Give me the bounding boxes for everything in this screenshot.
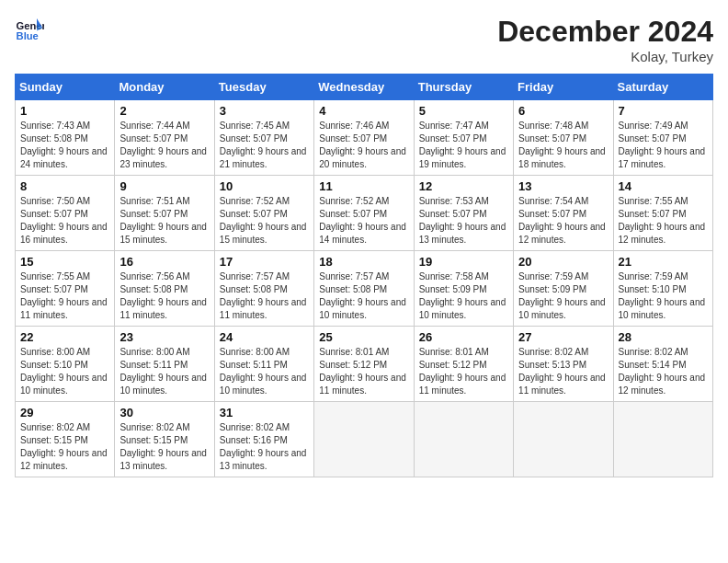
day-number: 5: [419, 104, 508, 118]
calendar-week-row: 8 Sunrise: 7:50 AMSunset: 5:07 PMDayligh…: [16, 176, 713, 251]
day-number: 17: [220, 255, 309, 269]
calendar-cell: 3 Sunrise: 7:45 AMSunset: 5:07 PMDayligh…: [214, 100, 313, 176]
day-number: 11: [319, 179, 408, 193]
day-number: 2: [119, 104, 209, 118]
calendar-cell: 31 Sunrise: 8:02 AMSunset: 5:16 PMDaylig…: [214, 402, 313, 477]
calendar-cell: 8 Sunrise: 7:50 AMSunset: 5:07 PMDayligh…: [16, 176, 115, 251]
day-number: 21: [619, 255, 708, 269]
calendar-cell: 14 Sunrise: 7:55 AMSunset: 5:07 PMDaylig…: [613, 176, 712, 251]
cell-info: Sunrise: 8:02 AMSunset: 5:16 PMDaylight:…: [220, 422, 307, 471]
cell-info: Sunrise: 7:58 AMSunset: 5:09 PMDaylight:…: [419, 271, 506, 320]
calendar-cell: 15 Sunrise: 7:55 AMSunset: 5:07 PMDaylig…: [16, 251, 115, 327]
day-number: 3: [220, 104, 309, 118]
day-number: 31: [220, 406, 309, 419]
cell-info: Sunrise: 7:46 AMSunset: 5:07 PMDaylight:…: [319, 121, 406, 169]
calendar-cell: 20 Sunrise: 7:59 AMSunset: 5:09 PMDaylig…: [514, 251, 613, 327]
calendar-week-row: 22 Sunrise: 8:00 AMSunset: 5:10 PMDaylig…: [16, 327, 713, 402]
day-number: 28: [619, 330, 708, 344]
calendar-cell: 10 Sunrise: 7:52 AMSunset: 5:07 PMDaylig…: [214, 176, 313, 251]
calendar-cell: 2 Sunrise: 7:44 AMSunset: 5:07 PMDayligh…: [115, 100, 214, 176]
cell-info: Sunrise: 8:01 AMSunset: 5:12 PMDaylight:…: [319, 347, 406, 396]
calendar-cell: 1 Sunrise: 7:43 AMSunset: 5:08 PMDayligh…: [16, 100, 115, 176]
title-block: December 2024 Kolay, Turkey: [497, 15, 713, 64]
logo: General Blue: [15, 15, 44, 44]
calendar-table: SundayMondayTuesdayWednesdayThursdayFrid…: [15, 74, 713, 477]
page-header: General Blue December 2024 Kolay, Turkey: [15, 15, 713, 64]
day-number: 24: [220, 330, 309, 344]
cell-info: Sunrise: 7:51 AMSunset: 5:07 PMDaylight:…: [119, 196, 207, 245]
cell-info: Sunrise: 7:53 AMSunset: 5:07 PMDaylight:…: [419, 196, 506, 245]
cell-info: Sunrise: 7:52 AMSunset: 5:07 PMDaylight:…: [220, 196, 307, 245]
day-number: 14: [619, 179, 708, 193]
cell-info: Sunrise: 7:54 AMSunset: 5:07 PMDaylight:…: [518, 196, 606, 245]
cell-info: Sunrise: 8:02 AMSunset: 5:13 PMDaylight:…: [518, 347, 606, 396]
calendar-cell: 9 Sunrise: 7:51 AMSunset: 5:07 PMDayligh…: [115, 176, 214, 251]
cell-info: Sunrise: 7:59 AMSunset: 5:10 PMDaylight:…: [619, 271, 706, 320]
calendar-cell: 6 Sunrise: 7:48 AMSunset: 5:07 PMDayligh…: [514, 100, 613, 176]
cell-info: Sunrise: 7:49 AMSunset: 5:07 PMDaylight:…: [619, 121, 706, 169]
cell-info: Sunrise: 7:52 AMSunset: 5:07 PMDaylight:…: [319, 196, 406, 245]
calendar-cell: 30 Sunrise: 8:02 AMSunset: 5:15 PMDaylig…: [115, 402, 214, 477]
day-number: 8: [20, 179, 109, 193]
weekday-header-friday: Friday: [514, 75, 613, 100]
calendar-cell: 16 Sunrise: 7:56 AMSunset: 5:08 PMDaylig…: [115, 251, 214, 327]
day-number: 4: [319, 104, 408, 118]
calendar-cell: 29 Sunrise: 8:02 AMSunset: 5:15 PMDaylig…: [16, 402, 115, 477]
day-number: 26: [419, 330, 508, 344]
day-number: 7: [619, 104, 708, 118]
cell-info: Sunrise: 7:44 AMSunset: 5:07 PMDaylight:…: [119, 121, 207, 169]
weekday-header-tuesday: Tuesday: [214, 75, 313, 100]
calendar-cell: 12 Sunrise: 7:53 AMSunset: 5:07 PMDaylig…: [414, 176, 513, 251]
cell-info: Sunrise: 7:48 AMSunset: 5:07 PMDaylight:…: [518, 121, 606, 169]
day-number: 30: [119, 406, 209, 419]
day-number: 10: [220, 179, 309, 193]
day-number: 12: [419, 179, 508, 193]
calendar-week-row: 29 Sunrise: 8:02 AMSunset: 5:15 PMDaylig…: [16, 402, 713, 477]
calendar-cell: 11 Sunrise: 7:52 AMSunset: 5:07 PMDaylig…: [314, 176, 414, 251]
calendar-week-row: 1 Sunrise: 7:43 AMSunset: 5:08 PMDayligh…: [16, 100, 713, 176]
calendar-cell: [613, 402, 712, 477]
calendar-cell: 22 Sunrise: 8:00 AMSunset: 5:10 PMDaylig…: [16, 327, 115, 402]
calendar-cell: [414, 402, 513, 477]
calendar-cell: 26 Sunrise: 8:01 AMSunset: 5:12 PMDaylig…: [414, 327, 513, 402]
day-number: 13: [518, 179, 608, 193]
calendar-cell: [314, 402, 414, 477]
cell-info: Sunrise: 7:43 AMSunset: 5:08 PMDaylight:…: [20, 121, 108, 169]
cell-info: Sunrise: 7:50 AMSunset: 5:07 PMDaylight:…: [20, 196, 108, 245]
cell-info: Sunrise: 8:02 AMSunset: 5:15 PMDaylight:…: [119, 422, 207, 471]
calendar-cell: [514, 402, 613, 477]
day-number: 16: [119, 255, 209, 269]
cell-info: Sunrise: 8:00 AMSunset: 5:10 PMDaylight:…: [20, 347, 108, 396]
calendar-cell: 21 Sunrise: 7:59 AMSunset: 5:10 PMDaylig…: [613, 251, 712, 327]
cell-info: Sunrise: 7:57 AMSunset: 5:08 PMDaylight:…: [319, 271, 406, 320]
day-number: 20: [518, 255, 608, 269]
cell-info: Sunrise: 7:55 AMSunset: 5:07 PMDaylight:…: [619, 196, 706, 245]
cell-info: Sunrise: 8:00 AMSunset: 5:11 PMDaylight:…: [220, 347, 307, 396]
day-number: 27: [518, 330, 608, 344]
day-number: 29: [20, 406, 109, 419]
cell-info: Sunrise: 8:02 AMSunset: 5:15 PMDaylight:…: [20, 422, 108, 471]
weekday-header-thursday: Thursday: [414, 75, 513, 100]
weekday-header-wednesday: Wednesday: [314, 75, 414, 100]
svg-text:Blue: Blue: [17, 30, 39, 41]
calendar-cell: 4 Sunrise: 7:46 AMSunset: 5:07 PMDayligh…: [314, 100, 414, 176]
calendar-cell: 23 Sunrise: 8:00 AMSunset: 5:11 PMDaylig…: [115, 327, 214, 402]
cell-info: Sunrise: 7:55 AMSunset: 5:07 PMDaylight:…: [20, 271, 108, 320]
day-number: 18: [319, 255, 408, 269]
cell-info: Sunrise: 8:00 AMSunset: 5:11 PMDaylight:…: [119, 347, 207, 396]
calendar-cell: 27 Sunrise: 8:02 AMSunset: 5:13 PMDaylig…: [514, 327, 613, 402]
calendar-cell: 19 Sunrise: 7:58 AMSunset: 5:09 PMDaylig…: [414, 251, 513, 327]
calendar-cell: 25 Sunrise: 8:01 AMSunset: 5:12 PMDaylig…: [314, 327, 414, 402]
cell-info: Sunrise: 8:02 AMSunset: 5:14 PMDaylight:…: [619, 347, 706, 396]
logo-icon: General Blue: [15, 15, 44, 44]
day-number: 22: [20, 330, 109, 344]
cell-info: Sunrise: 7:47 AMSunset: 5:07 PMDaylight:…: [419, 121, 506, 169]
day-number: 15: [20, 255, 109, 269]
calendar-cell: 5 Sunrise: 7:47 AMSunset: 5:07 PMDayligh…: [414, 100, 513, 176]
weekday-header-saturday: Saturday: [613, 75, 712, 100]
day-number: 9: [119, 179, 209, 193]
calendar-cell: 28 Sunrise: 8:02 AMSunset: 5:14 PMDaylig…: [613, 327, 712, 402]
cell-info: Sunrise: 7:59 AMSunset: 5:09 PMDaylight:…: [518, 271, 606, 320]
cell-info: Sunrise: 7:57 AMSunset: 5:08 PMDaylight:…: [220, 271, 307, 320]
cell-info: Sunrise: 8:01 AMSunset: 5:12 PMDaylight:…: [419, 347, 506, 396]
